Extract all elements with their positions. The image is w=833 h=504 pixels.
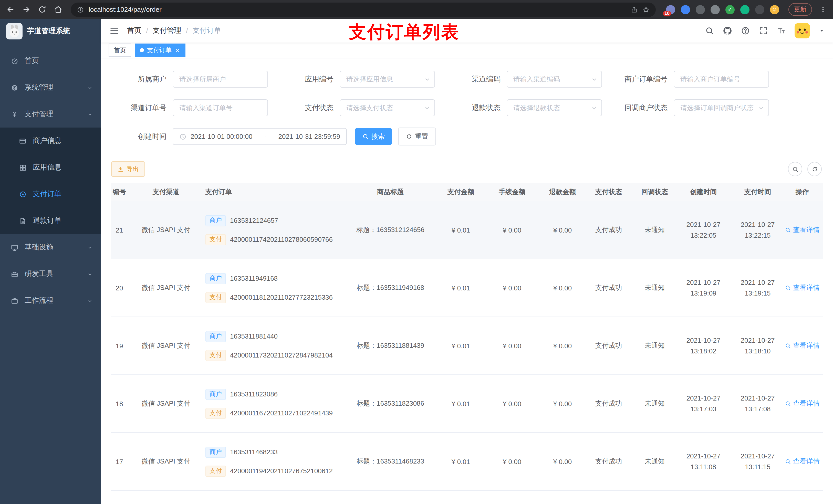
filter-merchant-order-no-input[interactable] [674, 71, 769, 88]
close-icon[interactable] [175, 47, 180, 53]
chevron-down-icon [87, 298, 93, 304]
sidebar-item-workflow[interactable]: 工作流程 [0, 287, 101, 314]
view-detail-link[interactable]: 查看详情 [785, 399, 820, 408]
home-icon[interactable] [54, 5, 63, 14]
filter-merchant-input[interactable] [173, 71, 268, 88]
extension-check-icon[interactable]: ✓ [725, 5, 735, 14]
created-time: 2021-10-2713:11:08 [687, 452, 720, 471]
update-button[interactable]: 更新 [788, 3, 812, 16]
search-icon[interactable] [705, 26, 714, 35]
back-icon[interactable] [6, 5, 15, 14]
app-header: 首页 / 支付管理 / 支付订单 支付订单列表 [101, 19, 833, 43]
sidebar-item-system[interactable]: 系统管理 [0, 74, 101, 101]
extension-drop-icon[interactable] [681, 5, 690, 14]
column-header: 商品标题 [339, 187, 442, 196]
sidebar-item-payment[interactable]: 支付管理 [0, 101, 101, 127]
sidebar-item-home[interactable]: 首页 [0, 48, 101, 74]
grid-icon [19, 164, 27, 171]
sidebar-item-merchant-info[interactable]: 商户信息 [0, 127, 101, 154]
toggle-search-button[interactable] [788, 162, 802, 176]
filter-channel-order-no-input[interactable] [173, 99, 268, 116]
breadcrumb: 首页 / 支付管理 / 支付订单 [127, 26, 221, 35]
order-id: 17 [116, 458, 123, 465]
filter-notify-status-input[interactable] [674, 99, 769, 116]
record-icon [19, 190, 27, 198]
extension-pin-icon[interactable] [755, 5, 764, 14]
sidebar-item-infra[interactable]: 基础设施 [0, 234, 101, 261]
sidebar-item-pay-order[interactable]: 支付订单 [0, 181, 101, 208]
breadcrumb-pay-manage[interactable]: 支付管理 [153, 26, 181, 35]
extension-gray-icon[interactable] [711, 5, 720, 14]
bookmark-star-icon[interactable] [642, 6, 649, 13]
refresh-table-button[interactable] [807, 162, 822, 176]
logo[interactable]: 芋道管理系统 [0, 19, 101, 44]
address-bar[interactable]: localhost:1024/pay/order [71, 2, 656, 17]
reload-icon[interactable] [38, 5, 47, 14]
filter-channel-code-input[interactable] [507, 71, 602, 88]
merchant-order-no: 1635311823086 [230, 390, 278, 398]
sidebar-item-refund-order[interactable]: 退款订单 [0, 208, 101, 234]
pay-amount: ¥ 0.01 [452, 400, 470, 407]
extension-face-icon[interactable]: ☺ [770, 5, 779, 14]
fullscreen-icon[interactable] [759, 26, 768, 35]
sidebar-item-app-info[interactable]: 应用信息 [0, 154, 101, 181]
notify-status: 未通知 [645, 225, 665, 235]
pay-amount: ¥ 0.01 [452, 226, 470, 234]
export-button[interactable]: 导出 [111, 161, 145, 177]
chevron-down-icon [591, 104, 598, 112]
site-info-icon[interactable] [77, 6, 84, 13]
view-detail-link[interactable]: 查看详情 [785, 341, 820, 350]
order-id: 20 [116, 284, 123, 292]
caret-down-icon[interactable] [819, 28, 825, 34]
sidebar-item-devtools[interactable]: 研发工具 [0, 261, 101, 287]
hamburger-icon[interactable] [109, 26, 119, 36]
filter-item-merchant-order-no: 商户订单编号 [622, 71, 769, 88]
search-button[interactable]: 搜索 [355, 128, 392, 145]
pay-channel: 微信 JSAPI 支付 [142, 399, 191, 408]
filter-item-notify-status: 回调商户状态 [622, 99, 769, 116]
forward-icon[interactable] [22, 5, 31, 14]
filter-refund-status-input[interactable] [507, 99, 602, 116]
channel-pay-no: 4200001174202110278060590766 [230, 236, 333, 243]
magnifier-icon [792, 166, 799, 172]
sidebar-item-label: 退款订单 [33, 216, 93, 225]
extension-grid-icon[interactable]: 10 [666, 5, 675, 14]
view-detail-link[interactable]: 查看详情 [785, 283, 820, 292]
help-icon[interactable] [741, 26, 750, 35]
sidebar-item-label: 系统管理 [25, 83, 81, 92]
pay-amount: ¥ 0.01 [452, 458, 470, 465]
table-row: 20微信 JSAPI 支付商户1635311949168支付4200001181… [111, 259, 823, 317]
channel-pay-no: 4200001194202110276752100612 [230, 467, 333, 475]
browser-menu-icon[interactable] [819, 6, 827, 13]
sidebar-item-label: 应用信息 [33, 163, 93, 172]
date-range-picker[interactable]: 2021-10-01 00:00:00 - 2021-10-31 23:59:5… [173, 128, 347, 145]
filter-channel-order-no-control [173, 99, 268, 116]
pay-status: 支付成功 [595, 283, 622, 292]
breadcrumb-home[interactable]: 首页 [127, 26, 141, 35]
font-size-icon[interactable] [777, 26, 786, 35]
github-icon[interactable] [723, 26, 732, 35]
extension-badge: 10 [663, 10, 671, 16]
magnifier-icon [362, 133, 369, 140]
sidebar-item-label: 首页 [25, 56, 93, 66]
chevron-down-icon [424, 76, 431, 83]
tab-pay-order[interactable]: 支付订单 [135, 44, 186, 57]
view-detail-label: 查看详情 [793, 399, 820, 408]
extension-green-icon[interactable] [740, 5, 749, 14]
created-time: 2021-10-2713:22:05 [687, 220, 720, 240]
extension-dark-icon[interactable] [696, 5, 705, 14]
pay-tag: 支付 [206, 407, 226, 419]
filter-item-pay-status: 支付状态 [288, 99, 435, 116]
filter-rows: 所属商户应用编号渠道编码商户订单编号渠道订单号支付状态退款状态回调商户状态 [111, 71, 823, 116]
view-detail-link[interactable]: 查看详情 [785, 225, 820, 235]
logo-image [6, 23, 23, 40]
filter-pay-status-input[interactable] [340, 99, 435, 116]
filter-label: 渠道编码 [455, 74, 507, 84]
reset-button[interactable]: 重置 [398, 127, 436, 145]
share-icon[interactable] [630, 6, 638, 13]
view-detail-link[interactable]: 查看详情 [785, 457, 820, 466]
pay-tag: 支付 [206, 350, 226, 361]
filter-app-no-input[interactable] [340, 71, 435, 88]
tab-home[interactable]: 首页 [109, 44, 131, 57]
avatar[interactable] [794, 23, 810, 39]
